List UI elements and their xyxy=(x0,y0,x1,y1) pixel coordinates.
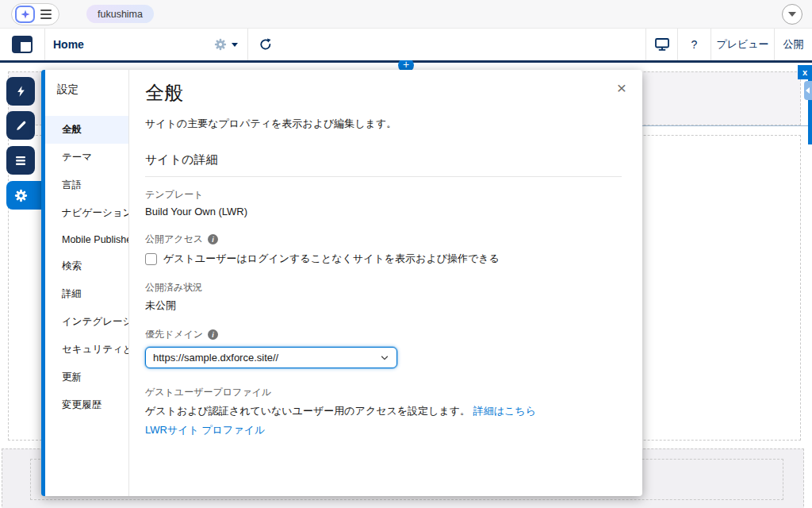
page-selector[interactable]: Home xyxy=(44,29,247,60)
page-settings-gear-icon xyxy=(214,38,227,51)
settings-content-panel: 全般 × サイトの主要なプロパティを表示および編集します。 サイトの詳細 テンプ… xyxy=(129,70,642,496)
gear-icon xyxy=(14,189,28,202)
publish-status-value: 未公開 xyxy=(145,298,622,313)
nav-item-general[interactable]: 全般 xyxy=(45,116,128,144)
template-label: テンプレート xyxy=(145,188,622,202)
delete-component-button[interactable]: x xyxy=(798,65,812,79)
chevron-down-icon xyxy=(788,12,796,17)
chevron-left-icon xyxy=(806,87,810,94)
paintbrush-icon xyxy=(15,120,27,132)
nav-item-mobile-publisher[interactable]: Mobile Publisher xyxy=(45,227,128,252)
extension-pill xyxy=(11,3,59,25)
info-icon[interactable]: i xyxy=(208,329,218,340)
refresh-button[interactable] xyxy=(247,29,282,60)
public-access-label: 公開アクセス i xyxy=(145,233,622,246)
help-button[interactable]: ? xyxy=(677,29,710,60)
settings-nav-panel: 設定 全般 テーマ 言語 ナビゲーション Mobile Publisher 検索… xyxy=(45,70,129,496)
guest-access-checkbox-label: ゲストユーザーはログインすることなくサイトを表示および操作できる xyxy=(163,252,500,266)
template-value: Build Your Own (LWR) xyxy=(145,206,622,217)
lightning-bolt-icon xyxy=(15,85,27,98)
chevron-down-icon xyxy=(232,43,238,47)
guest-profile-description: ゲストおよび認証されていないユーザー用のアクセスを設定します。 詳細はこちら L… xyxy=(145,404,622,438)
current-page-label: Home xyxy=(53,38,84,51)
preferred-domain-select[interactable]: https://sample.dxforce.site// xyxy=(145,347,397,368)
guest-access-checkbox[interactable] xyxy=(145,253,157,265)
close-icon[interactable]: × xyxy=(617,79,626,96)
nav-item-languages[interactable]: 言語 xyxy=(45,171,128,199)
public-access-row: ゲストユーザーはログインすることなくサイトを表示および操作できる xyxy=(145,252,622,266)
settings-modal: 設定 全般 テーマ 言語 ナビゲーション Mobile Publisher 検索… xyxy=(41,70,642,496)
expand-panel-button[interactable] xyxy=(804,81,812,100)
nav-item-integrations[interactable]: インテグレーシ… xyxy=(45,308,128,336)
settings-page-title: 全般 xyxy=(145,80,622,106)
nav-item-updates[interactable]: 更新 xyxy=(45,364,128,391)
settings-subtitle: サイトの主要なプロパティを表示および編集します。 xyxy=(145,117,622,131)
publish-button[interactable]: 公開 xyxy=(774,29,812,60)
settings-nav-title: 設定 xyxy=(45,83,128,116)
nav-item-advanced[interactable]: 詳細 xyxy=(45,280,128,308)
learn-more-link[interactable]: 詳細はこちら xyxy=(473,405,536,417)
preferred-domain-value: https://sample.dxforce.site// xyxy=(153,352,278,364)
sparkle-button[interactable] xyxy=(15,6,35,23)
components-list-button[interactable] xyxy=(6,146,35,175)
page-actions-button[interactable] xyxy=(214,38,238,51)
nav-item-theme[interactable]: テーマ xyxy=(45,144,128,171)
quick-actions-button[interactable] xyxy=(6,77,35,106)
desktop-monitor-icon xyxy=(654,37,670,52)
menu-icon[interactable] xyxy=(40,10,52,19)
collapse-toolbar-button[interactable] xyxy=(782,4,802,25)
nav-item-search[interactable]: 検索 xyxy=(45,252,128,280)
refresh-icon xyxy=(259,37,273,52)
settings-button-selected[interactable] xyxy=(6,181,44,210)
device-preview-button[interactable] xyxy=(645,29,677,60)
sparkle-icon xyxy=(20,9,31,20)
experience-builder-icon xyxy=(12,36,33,53)
site-details-section-title: サイトの詳細 xyxy=(145,152,622,177)
lwr-site-profile-link[interactable]: LWRサイト プロファイル xyxy=(145,423,265,438)
chevron-down-icon xyxy=(380,353,389,363)
site-name-chip[interactable]: fukushima xyxy=(86,5,154,23)
extension-topbar: fukushima xyxy=(0,0,812,29)
page-canvas: + x xyxy=(0,63,812,508)
menu-lines-icon xyxy=(15,156,26,166)
builder-home-button[interactable] xyxy=(0,29,44,60)
nav-item-navigation[interactable]: ナビゲーション xyxy=(45,199,128,227)
info-icon[interactable]: i xyxy=(208,234,218,244)
theme-editor-button[interactable] xyxy=(6,111,35,140)
preview-button[interactable]: プレビュー xyxy=(710,29,774,60)
guest-profile-label: ゲストユーザープロファイル xyxy=(145,386,622,399)
publish-status-label: 公開済み状況 xyxy=(145,281,622,294)
builder-toolbar: Home ? プレビ xyxy=(0,29,812,60)
nav-item-security[interactable]: セキュリティと… xyxy=(45,336,128,364)
nav-item-change-history[interactable]: 変更履歴 xyxy=(45,391,128,419)
preferred-domain-label: 優先ドメイン i xyxy=(145,328,622,341)
